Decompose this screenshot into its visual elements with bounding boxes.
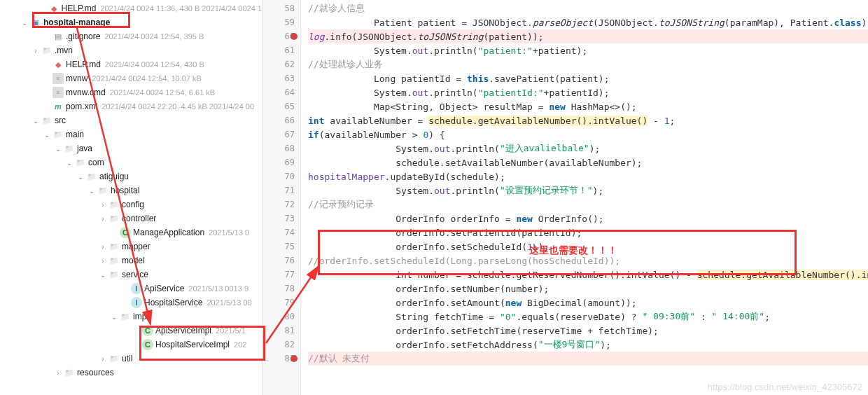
tree-item-name: HELP.md: [62, 4, 97, 13]
tree-arrow-icon[interactable]: ›: [99, 201, 106, 209]
tree-arrow-icon[interactable]: ›: [32, 47, 39, 55]
code-editor[interactable]: //就诊人信息 Patient patient = JSONObject.par…: [301, 0, 868, 395]
tree-arrow-icon[interactable]: ⌄: [88, 187, 95, 195]
tree-row[interactable]: IApiService2021/5/13 0013 9: [0, 282, 262, 296]
code-line[interactable]: //默认 未支付: [308, 352, 868, 366]
tree-row[interactable]: ›resources: [0, 366, 262, 380]
tree-row[interactable]: CManageApplication2021/5/13 0: [0, 226, 262, 240]
tree-row[interactable]: CHospitalServiceImpl202: [0, 338, 262, 352]
code-line[interactable]: OrderInfo orderInfo = new OrderInfo();: [308, 212, 868, 226]
code-line[interactable]: System.out.println("patient:"+patient);: [308, 43, 868, 57]
code-line[interactable]: log.info(JSONObject.toJSONString(patient…: [308, 29, 868, 43]
code-line[interactable]: Patient patient = JSONObject.parseObject…: [308, 15, 868, 29]
code-line[interactable]: String fetchTime = "0".equals(reserveDat…: [308, 310, 868, 324]
code-line[interactable]: //就诊人信息: [308, 1, 868, 15]
code-line[interactable]: hospitalMapper.updateById(schedule);: [308, 169, 868, 183]
line-number[interactable]: 77: [262, 268, 300, 282]
tree-row[interactable]: ›.mvn: [0, 43, 262, 57]
file-icon: ▤: [52, 31, 64, 42]
code-line[interactable]: //处理就诊人业务: [308, 57, 868, 71]
tree-arrow-icon[interactable]: ⌄: [21, 19, 28, 27]
line-number[interactable]: 72: [262, 198, 300, 212]
tree-row[interactable]: ⌄src: [0, 113, 262, 127]
code-line[interactable]: orderInfo.setPatientId(patientId);: [308, 226, 868, 240]
line-number[interactable]: 79: [262, 296, 300, 310]
code-line[interactable]: orderInfo.setFetchAddress("一楼9号窗口");: [308, 338, 868, 352]
line-number[interactable]: 62: [262, 57, 300, 71]
tree-row[interactable]: mpom.xml2021/4/24 0024 22:20, 4.45 kB 20…: [0, 99, 262, 113]
tree-row[interactable]: ⌄hospital: [0, 183, 262, 198]
code-line[interactable]: orderInfo.setScheduleId(1L);: [308, 240, 868, 254]
tree-arrow-icon[interactable]: ›: [99, 243, 106, 251]
line-number[interactable]: 63: [262, 71, 300, 85]
line-number[interactable]: 70: [262, 169, 300, 183]
tree-row[interactable]: ⌄impl: [0, 310, 262, 324]
tree-row[interactable]: ›util: [0, 352, 262, 366]
tree-arrow-icon[interactable]: ⌄: [77, 173, 84, 181]
line-number[interactable]: 61: [262, 43, 300, 57]
line-number[interactable]: 80: [262, 310, 300, 324]
tree-arrow-icon[interactable]: ⌄: [43, 131, 50, 139]
line-number[interactable]: 81: [262, 324, 300, 338]
line-number[interactable]: 64: [262, 85, 300, 99]
line-number[interactable]: 74: [262, 226, 300, 240]
code-line[interactable]: int number = schedule.getReservedNumber(…: [308, 268, 868, 282]
tree-arrow-icon[interactable]: ›: [55, 369, 62, 377]
line-number[interactable]: 71: [262, 183, 300, 198]
code-line[interactable]: orderInfo.setNumber(number);: [308, 282, 868, 296]
tree-row[interactable]: ⌄service: [0, 268, 262, 282]
tree-arrow-icon[interactable]: ›: [99, 355, 106, 363]
line-number[interactable]: 78: [262, 282, 300, 296]
tree-row[interactable]: ›model: [0, 254, 262, 268]
line-number[interactable]: 66: [262, 113, 300, 127]
tree-row[interactable]: ⌄com: [0, 155, 262, 169]
line-number[interactable]: 83: [262, 352, 300, 366]
code-line[interactable]: System.out.println("patientId:"+patientI…: [308, 85, 868, 99]
tree-item-name: src: [55, 116, 66, 125]
tree-arrow-icon[interactable]: ⌄: [55, 145, 62, 153]
code-line[interactable]: //记录预约记录: [308, 198, 868, 212]
code-line[interactable]: int availableNumber = schedule.getAvaila…: [308, 113, 868, 127]
tree-row[interactable]: ◆HELP.md2021/4/24 0024 11:36, 430 B 2021…: [0, 1, 262, 15]
tree-arrow-icon[interactable]: ›: [99, 215, 106, 223]
code-line[interactable]: System.out.println("进入avalielbale");: [308, 141, 868, 155]
line-number[interactable]: 82: [262, 338, 300, 352]
code-line[interactable]: orderInfo.setAmount(new BigDecimal(amoun…: [308, 296, 868, 310]
tree-row[interactable]: ›config: [0, 198, 262, 212]
tree-arrow-icon[interactable]: ⌄: [32, 117, 39, 125]
line-number[interactable]: 67: [262, 127, 300, 141]
tree-row[interactable]: ◆HELP.md2021/4/24 0024 12:54, 430 B: [0, 57, 262, 71]
code-line[interactable]: schedule.setAvailableNumber(availableNum…: [308, 155, 868, 169]
code-line[interactable]: //orderInfo.setScheduleId(Long.parseLong…: [308, 254, 868, 268]
line-number[interactable]: 65: [262, 99, 300, 113]
tree-row[interactable]: ›mapper: [0, 240, 262, 254]
line-number[interactable]: 69: [262, 155, 300, 169]
line-number[interactable]: 76: [262, 254, 300, 268]
tree-row[interactable]: ⌄main: [0, 127, 262, 141]
project-tree[interactable]: ◆HELP.md2021/4/24 0024 11:36, 430 B 2021…: [0, 0, 262, 395]
code-line[interactable]: System.out.println("设置预约记录环节！");: [308, 183, 868, 198]
tree-arrow-icon[interactable]: ⌄: [66, 159, 73, 167]
tree-row[interactable]: ⌄java: [0, 141, 262, 155]
code-line[interactable]: Long patientId = this.savePatient(patien…: [308, 71, 868, 85]
code-line[interactable]: orderInfo.setFetchTime(reserveTime + fet…: [308, 324, 868, 338]
tree-row[interactable]: CApiServiceImpl2021/5/1: [0, 324, 262, 338]
line-number[interactable]: 59: [262, 15, 300, 29]
tree-row[interactable]: ≡mvnw2021/4/24 0024 12:54, 10.07 kB: [0, 71, 262, 85]
tree-arrow-icon[interactable]: ›: [99, 257, 106, 265]
tree-row[interactable]: ≡mvnw.cmd2021/4/24 0024 12:54, 6.61 kB: [0, 85, 262, 99]
tree-row[interactable]: ⌄▣hospital-manage: [0, 15, 262, 29]
line-number[interactable]: 68: [262, 141, 300, 155]
line-number[interactable]: 73: [262, 212, 300, 226]
line-number[interactable]: 60: [262, 29, 300, 43]
line-number[interactable]: 75: [262, 240, 300, 254]
tree-row[interactable]: ›controller: [0, 212, 262, 226]
tree-row[interactable]: ▤.gitignore2021/4/24 0024 12:54, 395 B: [0, 29, 262, 43]
line-number[interactable]: 58: [262, 1, 300, 15]
code-line[interactable]: Map<String, Object> resultMap = new Hash…: [308, 99, 868, 113]
tree-row[interactable]: IHospitalService2021/5/13 00: [0, 296, 262, 310]
tree-arrow-icon[interactable]: ⌄: [111, 313, 118, 321]
code-line[interactable]: if(availableNumber > 0) {: [308, 127, 868, 141]
tree-row[interactable]: ⌄atiguigu: [0, 169, 262, 183]
tree-arrow-icon[interactable]: ⌄: [99, 271, 106, 279]
